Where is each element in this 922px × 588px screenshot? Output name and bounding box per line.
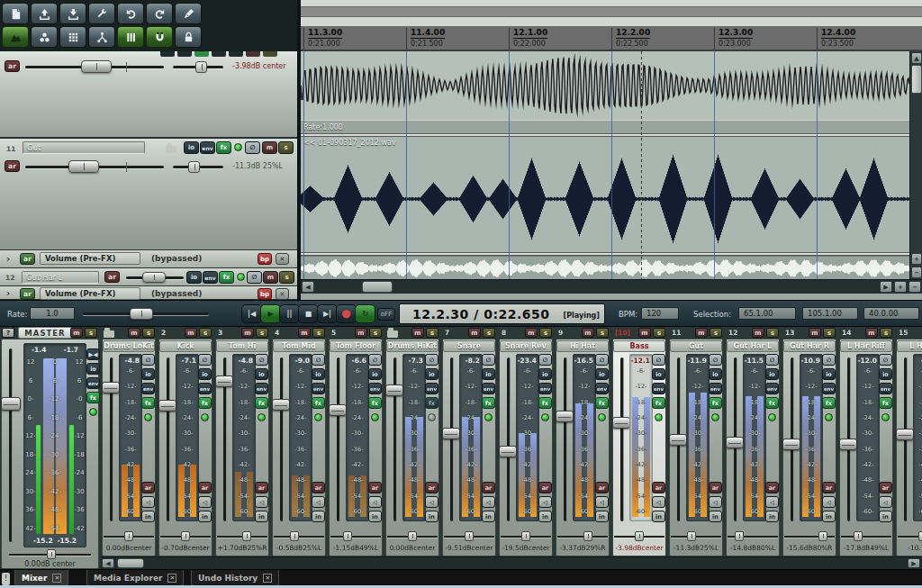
mute-button[interactable]: m: [582, 328, 594, 338]
volume-slider[interactable]: [25, 166, 164, 168]
volume-fader[interactable]: [161, 357, 174, 521]
track-name[interactable]: Snare: [443, 340, 495, 352]
time-display[interactable]: 12.2.30 / 0:22.650 [Playing]: [399, 303, 605, 324]
mute-button[interactable]: m: [241, 328, 254, 338]
envelope-button[interactable]: env: [425, 383, 438, 394]
pan-slider[interactable]: [557, 531, 608, 542]
stop-button[interactable]: ■: [298, 304, 319, 323]
track-name-field[interactable]: Gut Har L: [22, 271, 99, 284]
mute-button[interactable]: m: [638, 328, 651, 338]
fx-button[interactable]: fx: [425, 397, 438, 409]
envelope-button[interactable]: env: [879, 383, 892, 394]
solo-button[interactable]: s: [278, 141, 294, 154]
envelope-name[interactable]: Volume (Pre-FX): [40, 287, 140, 300]
record-monitor-icon[interactable]: ◁: [141, 496, 155, 508]
io-button[interactable]: io: [255, 368, 268, 380]
routing-icon[interactable]: [88, 26, 115, 48]
record-input-button[interactable]: in: [822, 511, 836, 522]
record-arm-dot[interactable]: [144, 413, 152, 421]
track-name[interactable]: L Har I: [897, 340, 922, 352]
mute-button[interactable]: m: [468, 328, 481, 338]
phase-button[interactable]: ∅: [822, 354, 836, 366]
automation-read-button[interactable]: ar: [312, 482, 325, 493]
master-fader[interactable]: [4, 348, 16, 542]
record-arm-dot[interactable]: [258, 413, 266, 421]
envelope-button[interactable]: env: [198, 383, 212, 394]
automation-read-button[interactable]: ar: [822, 482, 836, 493]
play-button[interactable]: ▶: [260, 304, 281, 323]
phase-button[interactable]: ∅: [652, 354, 665, 366]
snap-toggle-icon[interactable]: [146, 26, 173, 48]
track-name[interactable]: Gut Har R: [783, 340, 836, 352]
track-name[interactable]: Bass: [613, 340, 665, 352]
pan-slider[interactable]: [217, 531, 267, 542]
track-panel-gut-har-l[interactable]: 12 Gut Har L ar io env fx ∅ m s: [0, 268, 297, 286]
pan-slider[interactable]: [330, 531, 381, 542]
redo-icon[interactable]: [146, 3, 173, 24]
close-envelope-button[interactable]: ✕: [276, 288, 289, 300]
mute-button[interactable]: m: [128, 328, 140, 338]
timeline-ruler[interactable]: 11.3.000:21.00011.4.000:21.50012.1.000:2…: [301, 26, 922, 51]
pan-slider[interactable]: [671, 531, 721, 542]
fx-button[interactable]: fx: [822, 397, 836, 409]
record-arm-dot[interactable]: [768, 413, 776, 421]
undo-icon[interactable]: [117, 3, 144, 24]
solo-button[interactable]: s: [880, 328, 892, 338]
track-name[interactable]: Kick: [159, 340, 212, 352]
record-input-button[interactable]: in: [368, 511, 382, 522]
fx-button[interactable]: fx: [219, 271, 234, 284]
fx-button[interactable]: fx: [709, 397, 722, 409]
record-arm-dot[interactable]: [314, 413, 322, 421]
automation-read-button[interactable]: ar: [20, 288, 35, 300]
mute-button[interactable]: m: [525, 328, 538, 338]
pan-slider[interactable]: [104, 531, 154, 542]
mono-button[interactable]: ▶◀: [86, 348, 100, 360]
record-arm-dot[interactable]: [825, 413, 833, 421]
vscroll-thumb[interactable]: [911, 65, 922, 94]
solo-button[interactable]: s: [312, 328, 325, 338]
mute-button[interactable]: m: [185, 328, 197, 338]
record-monitor-icon[interactable]: ◁: [482, 496, 495, 508]
repeat-button[interactable]: ↻: [355, 304, 375, 323]
envelope-button[interactable]: env: [141, 383, 155, 394]
mute-button[interactable]: m: [262, 141, 277, 154]
record-monitor-icon[interactable]: ◁: [255, 496, 268, 508]
docker-collapse-button[interactable]: !: [2, 573, 10, 585]
mixer-channel-strip[interactable]: 11 m s Gut -11.9 -6--12--18--24--30--36-…: [668, 327, 724, 556]
record-monitor-icon[interactable]: ◁: [312, 496, 325, 508]
envelope-button[interactable]: env: [255, 383, 268, 394]
record-monitor-icon[interactable]: ◁: [538, 496, 552, 508]
io-button[interactable]: io: [765, 368, 779, 380]
scroll-up-icon[interactable]: ▲: [911, 52, 922, 64]
solo-button[interactable]: s: [596, 328, 609, 338]
record-input-button[interactable]: in: [709, 511, 722, 522]
folder-icon[interactable]: [166, 146, 176, 153]
phase-button[interactable]: ∅: [482, 354, 495, 366]
volume-slider[interactable]: [25, 66, 164, 68]
io-button[interactable]: io: [425, 368, 438, 380]
volume-fader[interactable]: [275, 357, 287, 521]
volume-fader[interactable]: [218, 357, 230, 521]
pan-slider[interactable]: [841, 531, 891, 542]
phase-button[interactable]: ∅: [368, 354, 382, 366]
fx-button[interactable]: fx: [482, 397, 495, 409]
volume-fader[interactable]: [785, 357, 798, 521]
automation-read-button[interactable]: ar: [198, 482, 212, 493]
master-pan-slider[interactable]: [9, 549, 91, 560]
record-input-button[interactable]: in: [312, 511, 325, 522]
envelope-button[interactable]: env: [595, 383, 609, 394]
mixer-channel-strip[interactable]: 2 m s Kick -7.1 -6--12--18--24--30--36--…: [158, 327, 213, 556]
io-button[interactable]: io: [538, 368, 552, 380]
mixer-scroll-thumb[interactable]: [117, 558, 144, 568]
io-button[interactable]: io: [368, 368, 382, 380]
phase-button[interactable]: ∅: [255, 354, 268, 366]
automation-read-button[interactable]: ar: [538, 482, 552, 493]
phase-button[interactable]: ∅: [141, 354, 155, 366]
solo-button[interactable]: s: [483, 328, 495, 338]
record-arm-dot[interactable]: [881, 413, 890, 421]
phase-button[interactable]: ∅: [425, 354, 438, 366]
mixer-channel-strip[interactable]: 7 m s Snare -8.2 -6--12--18--24--30--36-…: [441, 327, 497, 556]
track-name[interactable]: Gut Har L: [727, 340, 779, 352]
hzoom-in-button[interactable]: +: [894, 281, 907, 293]
volume-slider[interactable]: [126, 276, 184, 279]
